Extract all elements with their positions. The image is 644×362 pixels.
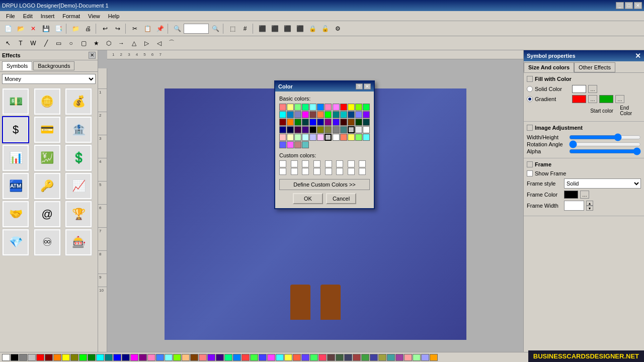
end-color-btn[interactable]: … [615, 95, 624, 103]
new-btn[interactable]: 📄 [2, 23, 14, 35]
swatch-medgreen[interactable] [361, 354, 369, 361]
basic-color-swatch[interactable] [294, 119, 301, 126]
menu-edit[interactable]: Edit [19, 12, 37, 20]
symbol-item[interactable]: 💰 [65, 88, 92, 115]
rotation-slider[interactable] [569, 141, 641, 148]
basic-color-swatch[interactable] [340, 104, 347, 111]
redo-btn[interactable]: ↪ [112, 23, 124, 35]
basic-color-swatch[interactable] [317, 111, 324, 118]
basic-color-swatch[interactable] [287, 134, 294, 141]
swatch-cyan[interactable] [96, 354, 104, 361]
basic-color-swatch[interactable] [317, 134, 324, 141]
copy-btn[interactable]: 📋 [141, 23, 153, 35]
menu-help[interactable]: Help [104, 12, 124, 20]
ok-btn[interactable]: OK [293, 193, 323, 204]
custom-color[interactable] [302, 168, 309, 175]
swatch-indian[interactable] [353, 354, 361, 361]
cancel-btn[interactable]: Cancel [326, 193, 356, 204]
width-height-slider[interactable] [569, 134, 641, 141]
tab-symbols[interactable]: Symbols [2, 61, 32, 70]
symbol-item[interactable]: 📈 [65, 172, 92, 200]
swatch-crimson[interactable] [318, 354, 327, 361]
start-color-box[interactable] [572, 95, 586, 103]
swatch-orange[interactable] [53, 354, 61, 361]
basic-color-swatch[interactable] [363, 126, 370, 133]
arrow-btn[interactable]: → [115, 37, 127, 49]
swatch-lightyellow[interactable] [284, 354, 292, 361]
symbol-item[interactable]: 🪙 [34, 88, 61, 115]
swatch-darkgreen[interactable] [336, 354, 344, 361]
basic-color-swatch[interactable] [325, 134, 332, 141]
swatch-coral[interactable] [293, 354, 301, 361]
symbol-item[interactable]: @ [34, 201, 61, 228]
align-right-btn[interactable]: ⬛ [269, 23, 281, 35]
swatch-skyblue[interactable] [156, 354, 164, 361]
basic-color-swatch[interactable] [317, 104, 324, 111]
symbol-item[interactable]: 📊 [2, 144, 29, 171]
swatch-peach[interactable] [182, 354, 190, 361]
basic-color-swatch[interactable] [302, 141, 309, 148]
custom-color[interactable] [279, 160, 286, 167]
swatch-maroon[interactable] [45, 354, 53, 361]
swatch-lime[interactable] [79, 354, 87, 361]
basic-color-swatch[interactable] [279, 141, 286, 148]
symbol-item[interactable]: ♾ [34, 229, 61, 256]
swatch-yellow[interactable] [62, 354, 70, 361]
align-top-btn[interactable]: ⬛ [281, 23, 293, 35]
close-btn[interactable]: ✕ [634, 2, 642, 9]
symbol-item[interactable]: 💵 [2, 88, 29, 115]
basic-color-swatch[interactable] [279, 119, 286, 126]
rounded-rect-btn[interactable]: ▢ [77, 37, 90, 49]
swatch-sienna[interactable] [327, 354, 335, 361]
swatch-darkblue[interactable] [344, 354, 352, 361]
basic-color-swatch[interactable] [287, 119, 294, 126]
basic-color-swatch[interactable] [302, 126, 309, 133]
swatch-chartreuse[interactable] [173, 354, 181, 361]
swatch-violet[interactable] [207, 354, 215, 361]
select-btn[interactable]: ↖ [2, 37, 14, 49]
tab-backgrounds[interactable]: Backgrounds [33, 61, 74, 70]
frame-width-up[interactable]: ▲ [586, 201, 593, 206]
custom-color[interactable] [348, 168, 355, 175]
grid-btn[interactable]: # [239, 23, 251, 35]
settings-btn[interactable]: ⚙ [332, 23, 344, 35]
tab-size-colors[interactable]: Size And colors [524, 62, 574, 72]
arrow3-btn[interactable]: ◁ [153, 37, 165, 49]
basic-color-swatch[interactable] [302, 111, 309, 118]
fit-btn[interactable]: ⬚ [226, 23, 238, 35]
swatch-tomato[interactable] [242, 354, 250, 361]
open2-btn[interactable]: 📁 [69, 23, 82, 35]
props-close-btn[interactable]: ✕ [635, 52, 641, 60]
solid-color-btn[interactable]: … [588, 85, 597, 93]
basic-color-swatch[interactable] [355, 119, 362, 126]
start-color-btn[interactable]: … [588, 95, 597, 103]
text-btn[interactable]: T [15, 37, 27, 49]
basic-color-swatch[interactable] [355, 126, 362, 133]
custom-color[interactable] [302, 160, 309, 167]
swatch-lightblue2[interactable] [421, 354, 429, 361]
frame-width-input[interactable]: 1 [564, 201, 584, 211]
basic-color-swatch[interactable] [294, 111, 301, 118]
basic-color-swatch[interactable] [340, 119, 347, 126]
swatch-magenta[interactable] [130, 354, 138, 361]
zoom-in-btn[interactable]: 🔍 [209, 23, 221, 35]
symbol-item[interactable]: 🏆 [65, 201, 92, 228]
basic-color-swatch[interactable] [333, 104, 340, 111]
word-art-btn[interactable]: W [27, 37, 39, 49]
cut-btn[interactable]: ✂ [129, 23, 141, 35]
swatch-lightgreen2[interactable] [413, 354, 421, 361]
basic-color-swatch[interactable] [317, 119, 324, 126]
basic-color-swatch[interactable] [302, 134, 309, 141]
swatch-blue[interactable] [113, 354, 121, 361]
swatch-lightgreen[interactable] [250, 354, 258, 361]
swatch-gray[interactable] [19, 354, 27, 361]
solid-color-box[interactable] [572, 85, 586, 93]
symbol-item[interactable]: $ [2, 116, 29, 143]
basic-color-swatch[interactable] [287, 141, 294, 148]
delete-btn[interactable]: ✕ [27, 23, 39, 35]
swatch-red[interactable] [36, 354, 44, 361]
define-custom-colors-btn[interactable]: Define Custom Colors >> [279, 179, 370, 190]
custom-color[interactable] [291, 168, 298, 175]
basic-color-swatch[interactable] [333, 134, 340, 141]
basic-color-swatch[interactable] [287, 126, 294, 133]
